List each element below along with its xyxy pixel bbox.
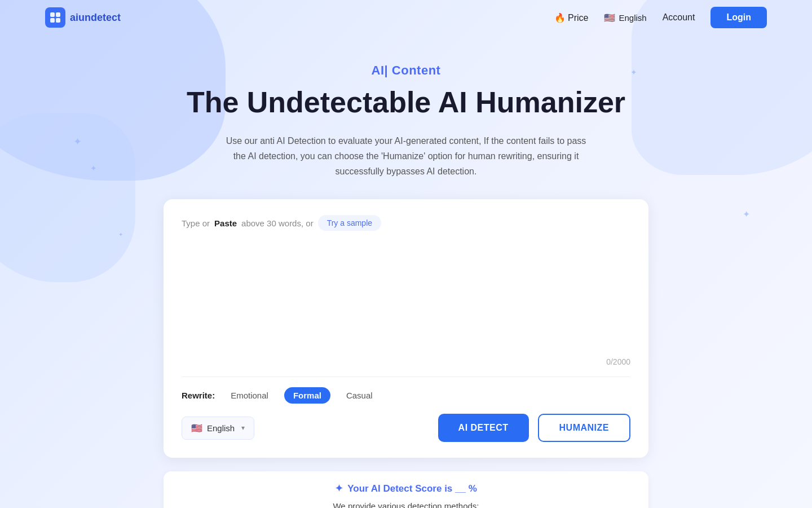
score-section: ✦ Your AI Detect Score is __ % We provid… — [164, 471, 648, 508]
score-title: ✦ Your AI Detect Score is __ % — [182, 483, 630, 494]
rewrite-label: Rewrite: — [182, 391, 215, 400]
chevron-down-icon: ▾ — [241, 424, 245, 432]
language-selector[interactable]: 🇺🇸 English — [604, 12, 646, 23]
logo[interactable]: aiundetect — [45, 7, 121, 28]
login-button[interactable]: Login — [710, 7, 767, 28]
score-title-text: Your AI Detect Score is __ % — [347, 483, 477, 494]
ai-detect-button[interactable]: AI DETECT — [438, 414, 529, 442]
rewrite-row: Rewrite: Emotional Formal Casual — [182, 376, 630, 404]
type-label: Type or — [182, 218, 210, 228]
hero-description: Use our anti AI Detection to evaluate yo… — [226, 133, 586, 179]
hero-subtitle: AI| Content — [11, 63, 801, 78]
hero-title: The Undetectable AI Humanizer — [11, 86, 801, 120]
score-description: We provide various detection methods: — [182, 501, 630, 508]
nav-right: 🔥 Price 🇺🇸 English Account Login — [554, 7, 767, 28]
account-link[interactable]: Account — [663, 12, 695, 23]
sparkle-1: ✦ — [73, 135, 82, 148]
rewrite-emotional[interactable]: Emotional — [222, 387, 277, 404]
sparkle-5: ✦ — [118, 231, 123, 238]
sparkle-4: ✦ — [630, 68, 637, 77]
bottom-row: 🇺🇸 English ▾ AI DETECT HUMANIZE — [182, 414, 630, 442]
price-link[interactable]: 🔥 Price — [554, 12, 589, 23]
char-count: 0/2000 — [182, 357, 630, 366]
dropdown-flag: 🇺🇸 — [191, 423, 202, 433]
editor-card: Type or Paste above 30 words, or Try a s… — [164, 199, 648, 458]
navbar: aiundetect 🔥 Price 🇺🇸 English Account Lo… — [0, 0, 812, 35]
humanize-button[interactable]: HUMANIZE — [538, 414, 630, 442]
rewrite-casual[interactable]: Casual — [337, 387, 382, 404]
sparkle-3: ✦ — [743, 209, 750, 220]
dropdown-lang-label: English — [207, 423, 235, 433]
above-label: above 30 words, or — [241, 218, 314, 228]
svg-rect-2 — [50, 18, 55, 23]
score-icon: ✦ — [335, 483, 343, 494]
hero-section: AI| Content The Undetectable AI Humanize… — [0, 35, 812, 508]
content-input[interactable] — [182, 238, 630, 351]
action-buttons: AI DETECT HUMANIZE — [438, 414, 630, 442]
svg-rect-3 — [56, 18, 60, 23]
logo-text: aiundetect — [70, 12, 121, 24]
rewrite-formal[interactable]: Formal — [284, 387, 330, 404]
lang-label: English — [619, 13, 646, 23]
sparkle-2: ✦ — [90, 164, 97, 173]
svg-rect-1 — [56, 12, 60, 17]
textarea-header: Type or Paste above 30 words, or Try a s… — [182, 215, 630, 231]
paste-button[interactable]: Paste — [214, 218, 237, 228]
language-dropdown[interactable]: 🇺🇸 English ▾ — [182, 417, 254, 440]
svg-rect-0 — [50, 12, 55, 17]
flag-icon: 🇺🇸 — [604, 12, 615, 23]
logo-icon — [45, 7, 65, 28]
try-sample-button[interactable]: Try a sample — [318, 215, 381, 231]
